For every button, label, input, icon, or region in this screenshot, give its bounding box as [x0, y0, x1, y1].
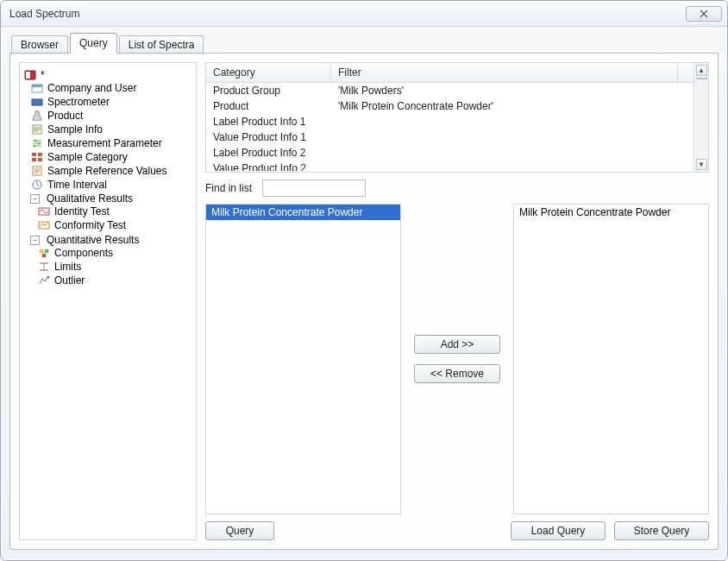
tree-panel[interactable]: * Company and User Spectrometer — [19, 62, 197, 540]
close-icon — [699, 9, 709, 18]
identity-icon — [37, 205, 51, 217]
client-area: Browser Query List of Spectra * — [1, 27, 727, 560]
tree-group-quantitative[interactable]: − Quantitative Results — [30, 234, 192, 246]
grid-row[interactable]: Label Product Info 1 — [206, 114, 693, 129]
tree-item-identity-test[interactable]: Identity Test — [37, 205, 192, 217]
tree-item-time-interval[interactable]: Time Interval — [30, 179, 192, 191]
svg-rect-10 — [38, 153, 42, 156]
grid-cell: 'Milk Powders' — [331, 83, 693, 98]
calendar-icon — [30, 82, 44, 94]
add-button[interactable]: Add >> — [414, 335, 500, 354]
tree-item-conformity-test[interactable]: Conformity Test — [37, 219, 192, 231]
grid-body: Product Group'Milk Powders' Product'Milk… — [206, 83, 693, 171]
dialog-window: Load Spectrum Browser Query List of Spec… — [0, 0, 728, 561]
svg-point-20 — [47, 276, 50, 279]
tree: * Company and User Spectrometer — [23, 68, 192, 289]
note-icon — [30, 123, 44, 136]
tree-item-company-user[interactable]: Company and User — [30, 82, 192, 94]
tab-list-of-spectra[interactable]: List of Spectra — [119, 35, 204, 54]
grid-header-category[interactable]: Category — [206, 63, 331, 82]
tree-item-label: Identity Test — [54, 205, 110, 217]
tab-pane-query: * Company and User Spectrometer — [9, 54, 719, 550]
filter-grid[interactable]: Category Filter Product Group'Milk Powde… — [205, 62, 709, 173]
tree-item-label: Sample Info — [47, 123, 103, 136]
grid-row[interactable]: Product Group'Milk Powders' — [206, 83, 693, 98]
grid-cell — [331, 129, 693, 145]
find-row: Find in list — [205, 180, 709, 197]
components-icon — [37, 247, 51, 259]
tree-item-label: Sample Reference Values — [47, 165, 167, 177]
tree-item-limits[interactable]: Limits — [37, 261, 192, 273]
query-button[interactable]: Query — [205, 521, 274, 540]
category-icon — [30, 151, 44, 163]
find-input[interactable] — [262, 180, 366, 197]
grid-header: Category Filter — [206, 63, 693, 83]
tree-item-label: Limits — [54, 261, 81, 273]
store-query-button[interactable]: Store Query — [614, 521, 709, 540]
svg-point-17 — [40, 249, 44, 254]
tree-item-label: Product — [47, 110, 83, 122]
tree-group-label: Qualitative Results — [47, 192, 133, 205]
tree-item-label: Measurement Parameter — [47, 137, 162, 149]
grid-cell: Label Product Info 1 — [206, 114, 331, 129]
tab-browser[interactable]: Browser — [11, 35, 68, 54]
load-query-button[interactable]: Load Query — [511, 521, 606, 540]
grid-row[interactable]: Product'Milk Protein Concentrate Powder' — [206, 98, 693, 114]
svg-rect-12 — [38, 158, 42, 161]
collapse-icon[interactable]: − — [30, 194, 40, 204]
tree-item-sample-reference[interactable]: Sample Reference Values — [30, 165, 192, 177]
window-title: Load Spectrum — [9, 8, 79, 20]
svg-point-19 — [42, 254, 47, 258]
remove-button[interactable]: << Remove — [414, 364, 500, 383]
reference-icon — [30, 165, 44, 177]
list-item[interactable]: Milk Protein Concentrate Powder — [206, 205, 400, 220]
tab-query[interactable]: Query — [70, 33, 117, 54]
selected-list[interactable]: Milk Protein Concentrate Powder — [513, 204, 709, 514]
svg-rect-4 — [32, 99, 42, 105]
tree-item-measurement-parameter[interactable]: Measurement Parameter — [30, 137, 192, 149]
tabstrip: Browser Query List of Spectra — [9, 34, 719, 54]
titlebar: Load Spectrum — [1, 1, 727, 27]
grid-row[interactable]: Value Product Info 1 — [206, 129, 693, 145]
grid-cell: Value Product Info 1 — [206, 129, 331, 145]
tree-group-qualitative[interactable]: − Qualitative Results — [30, 192, 192, 205]
grid-scrollbar[interactable]: ▲ ▼ — [693, 63, 708, 172]
svg-rect-11 — [32, 158, 36, 161]
tree-item-label: Sample Category — [47, 151, 128, 163]
grid-row[interactable]: Label Product Info 2 — [206, 145, 693, 161]
tree-item-outlier[interactable]: Outlier — [37, 274, 192, 287]
grid-cell — [331, 161, 693, 171]
scroll-thumb[interactable] — [696, 78, 707, 79]
grid-header-end — [678, 63, 693, 82]
grid-row[interactable]: Value Product Info 2 — [206, 161, 693, 171]
scroll-up-icon[interactable]: ▲ — [696, 65, 707, 76]
grid-cell: 'Milk Protein Concentrate Powder' — [331, 98, 693, 114]
tree-item-label: Company and User — [47, 82, 136, 94]
grid-cell: Value Product Info 2 — [206, 161, 331, 171]
available-list[interactable]: Milk Protein Concentrate Powder — [205, 204, 401, 514]
svg-point-6 — [35, 140, 37, 142]
sliders-icon — [30, 137, 44, 149]
tree-root[interactable]: * — [23, 69, 192, 81]
grid-cell: Label Product Info 2 — [206, 145, 331, 161]
transfer-buttons: Add >> << Remove — [410, 204, 505, 514]
conformity-icon — [37, 219, 51, 231]
svg-point-7 — [38, 142, 41, 145]
svg-rect-9 — [32, 153, 36, 156]
bottom-buttons: Query Load Query Store Query — [205, 521, 709, 540]
tree-item-components[interactable]: Components — [37, 247, 192, 259]
svg-rect-1 — [26, 72, 30, 79]
list-item[interactable]: Milk Protein Concentrate Powder — [514, 205, 708, 220]
tree-item-spectrometer[interactable]: Spectrometer — [30, 96, 192, 108]
close-button[interactable] — [686, 6, 722, 22]
tree-item-label: Spectrometer — [47, 96, 110, 108]
collapse-icon[interactable]: − — [30, 236, 40, 245]
filter-grid-inner: Category Filter Product Group'Milk Powde… — [206, 63, 693, 172]
find-label: Find in list — [205, 182, 252, 194]
grid-cell — [331, 145, 693, 161]
tree-item-sample-category[interactable]: Sample Category — [30, 151, 192, 163]
scroll-down-icon[interactable]: ▼ — [696, 159, 707, 170]
tree-item-sample-info[interactable]: Sample Info — [30, 123, 192, 136]
grid-header-filter[interactable]: Filter — [331, 63, 678, 82]
tree-item-product[interactable]: Product — [30, 110, 192, 122]
